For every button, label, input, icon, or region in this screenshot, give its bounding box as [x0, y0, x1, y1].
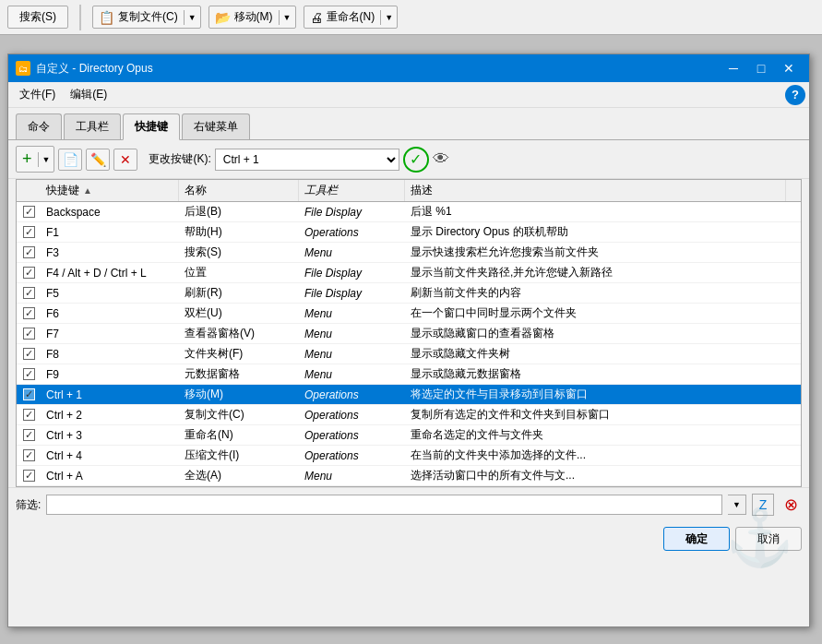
- row-name: 帮助(H): [179, 222, 299, 242]
- table-row[interactable]: ✓Ctrl + 3重命名(N)Operations重命名选定的文件与文件夹: [17, 425, 801, 446]
- help-button[interactable]: ?: [785, 85, 805, 105]
- table-row[interactable]: ✓Ctrl + 4压缩文件(I)Operations在当前的文件夹中添加选择的文…: [17, 446, 801, 466]
- edit-button[interactable]: ✏️: [86, 149, 110, 171]
- row-desc: 选择活动窗口中的所有文件与文...: [405, 466, 801, 485]
- table-row[interactable]: ✓Ctrl + A全选(A)Menu选择活动窗口中的所有文件与文...: [17, 466, 801, 486]
- duplicate-button[interactable]: 📄: [58, 149, 82, 171]
- filter-apply-icon[interactable]: Z: [752, 494, 774, 516]
- filter-dropdown-arrow[interactable]: ▼: [728, 495, 746, 515]
- copy-dropdown-arrow[interactable]: ▼: [184, 10, 200, 25]
- delete-button[interactable]: ✕: [113, 149, 137, 171]
- row-shortcut: F8: [41, 346, 179, 363]
- top-toolbar: 搜索(S) 📋 复制文件(C) ▼ 📂 移动(M) ▼ 🖨 重命名(N) ▼: [0, 0, 822, 35]
- rename-button[interactable]: 🖨 重命名(N): [304, 6, 381, 28]
- search-button[interactable]: 搜索(S): [7, 6, 68, 29]
- row-checkbox[interactable]: ✓: [17, 346, 41, 362]
- move-button[interactable]: 📂 移动(M): [209, 6, 279, 28]
- rename-label: 重命名(N): [327, 9, 375, 25]
- row-name: 重命名(N): [179, 425, 299, 445]
- title-buttons: ─ □ ✕: [721, 57, 802, 79]
- table-row[interactable]: ✓F3搜索(S)Menu显示快速搜索栏允许您搜索当前文件夹: [17, 243, 801, 263]
- add-button[interactable]: +: [17, 147, 38, 172]
- tab-shortcuts[interactable]: 快捷键: [123, 113, 180, 140]
- row-checkbox[interactable]: ✓: [17, 204, 41, 220]
- table-row[interactable]: ✓Backspace后退(B)File Display后退 %1: [17, 202, 801, 222]
- row-checkbox[interactable]: ✓: [17, 244, 41, 260]
- table-body[interactable]: ✓Backspace后退(B)File Display后退 %1✓F1帮助(H)…: [17, 202, 801, 486]
- th-desc-label: 描述: [411, 183, 433, 198]
- cancel-button[interactable]: 取消: [735, 527, 802, 551]
- row-checkbox[interactable]: ✓: [17, 265, 41, 280]
- table-row[interactable]: ✓F7查看器窗格(V)Menu显示或隐藏窗口的查看器窗格: [17, 324, 801, 344]
- maximize-button[interactable]: □: [748, 57, 774, 79]
- row-shortcut: F3: [41, 244, 179, 261]
- tab-commands[interactable]: 命令: [16, 113, 62, 139]
- row-desc: 将选定的文件与目录移动到目标窗口: [405, 385, 801, 404]
- checkbox-icon[interactable]: ✓: [23, 388, 35, 400]
- checkbox-icon[interactable]: ✓: [23, 226, 35, 238]
- row-checkbox[interactable]: ✓: [17, 468, 41, 483]
- ok-button[interactable]: 确定: [663, 527, 730, 551]
- row-toolbar: Menu: [299, 346, 405, 363]
- row-checkbox[interactable]: ✓: [17, 387, 41, 402]
- th-shortcut-label: 快捷键: [46, 183, 79, 198]
- table-row[interactable]: ✓F4 / Alt + D / Ctrl + L位置File Display显示…: [17, 263, 801, 283]
- checkbox-icon[interactable]: ✓: [23, 267, 35, 279]
- checkbox-icon[interactable]: ✓: [23, 307, 35, 319]
- row-checkbox[interactable]: ✓: [17, 427, 41, 443]
- row-checkbox[interactable]: ✓: [17, 366, 41, 382]
- copy-file-button[interactable]: 📋 复制文件(C): [93, 6, 184, 28]
- th-name[interactable]: 名称: [179, 180, 299, 201]
- preview-button[interactable]: 👁: [433, 149, 449, 169]
- add-dropdown-arrow[interactable]: ▼: [38, 152, 54, 167]
- row-checkbox[interactable]: ✓: [17, 224, 41, 240]
- table-row[interactable]: ✓F1帮助(H)Operations显示 Directory Opus 的联机帮…: [17, 222, 801, 243]
- row-checkbox[interactable]: ✓: [17, 326, 41, 341]
- tab-contextmenu[interactable]: 右键菜单: [182, 113, 250, 139]
- rename-dropdown-arrow[interactable]: ▼: [380, 10, 397, 25]
- table-row[interactable]: ✓F8文件夹树(F)Menu显示或隐藏文件夹树: [17, 344, 801, 364]
- checkbox-icon[interactable]: ✓: [23, 368, 35, 380]
- checkbox-icon[interactable]: ✓: [23, 348, 35, 360]
- row-toolbar: Operations: [299, 407, 405, 423]
- checkbox-icon[interactable]: ✓: [23, 246, 35, 258]
- confirm-button[interactable]: ✓: [403, 147, 429, 173]
- close-button[interactable]: ✕: [776, 57, 802, 79]
- table-row[interactable]: ✓Ctrl + 1移动(M)Operations将选定的文件与目录移动到目标窗口: [17, 385, 801, 405]
- checkbox-icon[interactable]: ✓: [23, 470, 35, 482]
- table-row[interactable]: ✓F6双栏(U)Menu在一个窗口中同时显示两个文件夹: [17, 304, 801, 324]
- row-checkbox[interactable]: ✓: [17, 285, 41, 301]
- row-desc: 刷新当前文件夹的内容: [405, 283, 801, 303]
- row-name: 位置: [179, 263, 299, 282]
- filter-clear-button[interactable]: ⊗: [780, 494, 802, 516]
- tab-toolbar[interactable]: 工具栏: [64, 113, 121, 139]
- key-combo-select[interactable]: Ctrl + 1: [215, 149, 399, 171]
- th-toolbar[interactable]: 工具栏: [299, 180, 405, 201]
- table-row[interactable]: ✓F5刷新(R)File Display刷新当前文件夹的内容: [17, 283, 801, 304]
- title-bar: 🗂 自定义 - Directory Opus ─ □ ✕: [8, 54, 809, 82]
- th-shortcut[interactable]: 快捷键 ▲: [41, 180, 179, 201]
- move-dropdown-arrow[interactable]: ▼: [279, 10, 295, 25]
- row-checkbox[interactable]: ✓: [17, 447, 41, 463]
- row-checkbox[interactable]: ✓: [17, 407, 41, 423]
- th-desc[interactable]: 描述: [405, 180, 786, 201]
- rename-icon: 🖨: [310, 10, 323, 25]
- checkbox-icon[interactable]: ✓: [23, 429, 35, 441]
- checkbox-icon[interactable]: ✓: [23, 287, 35, 299]
- menu-edit[interactable]: 编辑(E): [63, 83, 114, 106]
- table-row[interactable]: ✓F9元数据窗格Menu显示或隐藏元数据窗格: [17, 364, 801, 385]
- checkbox-icon[interactable]: ✓: [23, 206, 35, 218]
- checkbox-icon[interactable]: ✓: [23, 328, 35, 340]
- row-name: 复制文件(C): [179, 405, 299, 424]
- th-checkbox-col: [17, 189, 41, 193]
- table-row[interactable]: ✓Ctrl + 2复制文件(C)Operations复制所有选定的文件和文件夹到…: [17, 405, 801, 425]
- key-combo-label: 更改按键(K):: [149, 151, 210, 167]
- separator: [79, 5, 81, 30]
- filter-input[interactable]: [46, 495, 722, 515]
- row-checkbox[interactable]: ✓: [17, 305, 41, 321]
- minimize-button[interactable]: ─: [721, 57, 746, 79]
- menu-file[interactable]: 文件(F): [12, 83, 63, 106]
- row-desc: 在当前的文件夹中添加选择的文件...: [405, 446, 801, 465]
- checkbox-icon[interactable]: ✓: [23, 449, 35, 461]
- checkbox-icon[interactable]: ✓: [23, 409, 35, 421]
